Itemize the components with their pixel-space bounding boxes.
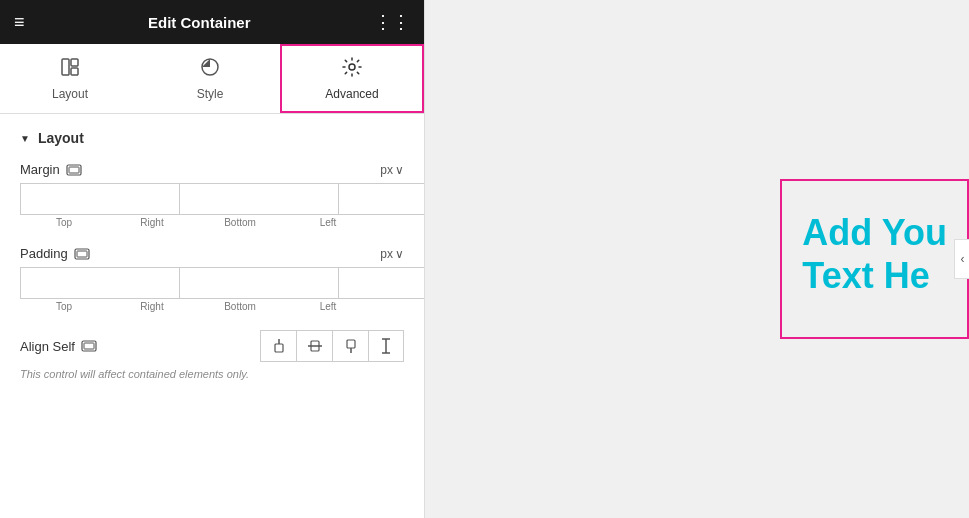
align-label-row: Align Self (20, 330, 404, 362)
hamburger-icon[interactable]: ≡ (14, 12, 25, 33)
align-bottom-icon (343, 338, 359, 354)
align-middle-icon (307, 338, 323, 354)
margin-label-row: Margin px ∨ (20, 162, 404, 177)
edit-panel: ≡ Edit Container ⋮⋮ Layout Style (0, 0, 425, 518)
svg-rect-12 (275, 344, 283, 352)
canvas-text-line2: Text He (802, 255, 929, 296)
canvas-box: Add You Text He (780, 179, 969, 339)
padding-input-labels: Top Right Bottom Left (20, 301, 404, 312)
svg-rect-1 (71, 59, 78, 66)
margin-input-group (20, 183, 424, 215)
padding-label-row: Padding px ∨ (20, 246, 404, 261)
align-stretch-icon (378, 338, 394, 354)
canvas-text: Add You Text He (802, 211, 947, 297)
section-layout-title: Layout (38, 130, 84, 146)
align-self-field: Align Self (20, 330, 404, 380)
padding-input-group (20, 267, 424, 299)
tab-layout-label: Layout (52, 87, 88, 101)
margin-label-spacer (372, 217, 404, 228)
tab-layout[interactable]: Layout (0, 44, 140, 113)
align-top-icon (271, 338, 287, 354)
margin-input-labels: Top Right Bottom Left (20, 217, 404, 228)
margin-unit[interactable]: px ∨ (380, 163, 404, 177)
align-middle-button[interactable] (296, 330, 332, 362)
svg-rect-8 (77, 251, 87, 257)
padding-bottom-label: Bottom (196, 301, 284, 312)
tab-style-label: Style (197, 87, 224, 101)
style-icon (199, 56, 221, 83)
canvas-area: Add You Text He (425, 0, 969, 518)
responsive-icon (66, 164, 82, 176)
responsive-icon-align (81, 340, 97, 352)
margin-inputs (20, 183, 404, 215)
align-bottom-button[interactable] (332, 330, 368, 362)
align-top-button[interactable] (260, 330, 296, 362)
svg-rect-10 (84, 343, 94, 349)
padding-label: Padding (20, 246, 90, 261)
align-self-label: Align Self (20, 339, 97, 354)
section-arrow-icon: ▼ (20, 133, 30, 144)
padding-right-input[interactable] (179, 267, 338, 299)
svg-rect-0 (62, 59, 69, 75)
align-stretch-button[interactable] (368, 330, 404, 362)
gear-icon (341, 56, 363, 83)
padding-right-label: Right (108, 301, 196, 312)
tab-bar: Layout Style Advanced (0, 44, 424, 114)
padding-bottom-input[interactable] (338, 267, 424, 299)
padding-unit[interactable]: px ∨ (380, 247, 404, 261)
canvas-text-line1: Add You (802, 212, 947, 253)
align-buttons (260, 330, 404, 362)
padding-field: Padding px ∨ (20, 246, 404, 312)
svg-rect-16 (347, 340, 355, 348)
padding-left-label: Left (284, 301, 372, 312)
responsive-icon-padding (74, 248, 90, 260)
margin-label: Margin (20, 162, 82, 177)
panel-title: Edit Container (148, 14, 251, 31)
panel-header: ≡ Edit Container ⋮⋮ (0, 0, 424, 44)
panel-content: ▼ Layout Margin px ∨ (0, 114, 424, 518)
margin-left-label: Left (284, 217, 372, 228)
section-layout-header: ▼ Layout (20, 130, 404, 146)
padding-inputs (20, 267, 404, 299)
padding-top-input[interactable] (20, 267, 179, 299)
svg-point-4 (349, 64, 355, 70)
margin-field: Margin px ∨ (20, 162, 404, 228)
padding-top-label: Top (20, 301, 108, 312)
tab-advanced-label: Advanced (325, 87, 378, 101)
margin-bottom-input[interactable] (338, 183, 424, 215)
collapse-button[interactable]: ‹ (954, 239, 969, 279)
tab-style[interactable]: Style (140, 44, 280, 113)
tab-advanced[interactable]: Advanced (280, 44, 424, 113)
grid-icon[interactable]: ⋮⋮ (374, 11, 410, 33)
margin-top-input[interactable] (20, 183, 179, 215)
margin-right-input[interactable] (179, 183, 338, 215)
margin-top-label: Top (20, 217, 108, 228)
margin-right-label: Right (108, 217, 196, 228)
align-self-hint: This control will affect contained eleme… (20, 368, 404, 380)
margin-bottom-label: Bottom (196, 217, 284, 228)
svg-rect-6 (69, 167, 79, 173)
padding-label-spacer (372, 301, 404, 312)
layout-icon (59, 56, 81, 83)
svg-rect-2 (71, 68, 78, 75)
